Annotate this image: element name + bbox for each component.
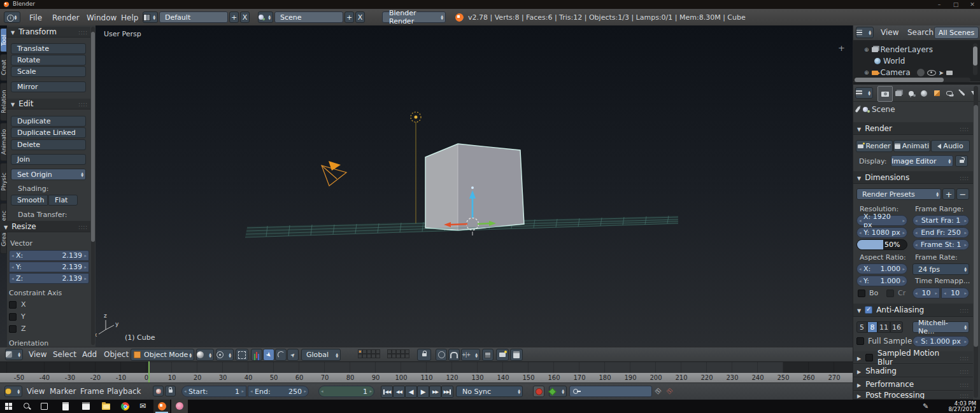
add-scene-button[interactable]: +: [344, 11, 354, 23]
performance-panel-header[interactable]: Performance: [853, 378, 973, 391]
aa-size-field[interactable]: S: 1.000 px: [913, 336, 969, 347]
remap-old-field[interactable]: 10: [913, 288, 940, 298]
outliner-filter-dropdown[interactable]: All Scenes: [934, 27, 979, 39]
translate-button[interactable]: Translate: [11, 43, 86, 54]
frame-rate-dropdown[interactable]: 24 fps: [913, 263, 969, 275]
menu-file[interactable]: File: [29, 13, 42, 22]
render-still-button[interactable]: Render: [856, 140, 893, 152]
toolshelf-tab-tools[interactable]: Tool: [0, 28, 7, 52]
scale-button[interactable]: Scale: [11, 66, 86, 77]
task-view-button[interactable]: [41, 403, 48, 410]
preset-add-button[interactable]: +: [942, 188, 955, 200]
render-presets-dropdown[interactable]: Render Presets: [856, 188, 941, 200]
toolshelf-tab-physics[interactable]: Physic: [0, 163, 7, 201]
timeline-track[interactable]: [0, 361, 853, 373]
current-frame-field[interactable]: 1: [318, 386, 374, 397]
auto-keyframe-button[interactable]: [533, 386, 544, 397]
smooth-button[interactable]: Smooth: [11, 195, 48, 206]
render-panel-header[interactable]: Render: [853, 122, 973, 135]
display-lock-button[interactable]: [955, 155, 968, 167]
render-audio-button[interactable]: Audio: [931, 140, 970, 152]
toolshelf-scrollbar[interactable]: [91, 27, 95, 345]
menu-window[interactable]: Window: [87, 13, 117, 22]
constraint-z-checkbox[interactable]: [9, 325, 17, 333]
keying-set-dropdown[interactable]: [549, 386, 567, 397]
aa-samples-5-button[interactable]: 5: [856, 321, 867, 333]
duplicate-linked-button[interactable]: Duplicate Linked: [11, 127, 86, 138]
crop-checkbox-row[interactable]: Cr: [886, 289, 905, 297]
snap-element-dropdown[interactable]: +|+: [461, 349, 480, 361]
pin-icon[interactable]: [855, 106, 860, 113]
render-restrict-icon[interactable]: [946, 71, 953, 75]
timeline-ruler[interactable]: -50 -40 -30 -20 -10 0 10 20 30 40 50 60 …: [0, 373, 853, 382]
menu-help[interactable]: Help: [121, 13, 138, 22]
outliner-vscrollbar[interactable]: [973, 43, 977, 75]
sampled-motion-blur-header[interactable]: Sampled Motion Blur: [853, 351, 973, 364]
aa-samples-11-button[interactable]: 11: [877, 321, 890, 333]
tray-clock[interactable]: 4:03 PM 8/27/2017: [939, 401, 976, 412]
scene-field[interactable]: Scene: [274, 11, 343, 23]
scale-manipulator-button[interactable]: ➤: [287, 349, 299, 361]
lock-to-scene-button[interactable]: [417, 349, 431, 361]
render-opengl-button[interactable]: [496, 349, 509, 361]
frame-start-prop-field[interactable]: Start Fra: 1: [913, 215, 969, 226]
lock-range-button[interactable]: [165, 386, 176, 396]
timeline-editor-type-button[interactable]: [4, 386, 22, 397]
rotate-button[interactable]: Rotate: [11, 55, 86, 66]
preview-range-button[interactable]: [153, 386, 164, 396]
vp-menu-add[interactable]: Add: [82, 350, 97, 359]
outliner-menu-view[interactable]: View: [881, 28, 898, 37]
tab-constraints[interactable]: [944, 88, 955, 99]
file-explorer-icon[interactable]: [102, 403, 110, 410]
blender-taskbar-icon[interactable]: [153, 400, 170, 413]
editor-type-button[interactable]: i: [4, 11, 20, 23]
viewport-3d[interactable]: z y x User Persp (1) Cube + Tool Creat R…: [0, 25, 853, 347]
vp-menu-view[interactable]: View: [29, 350, 46, 359]
delete-keyframe-button[interactable]: ⚿: [665, 386, 675, 397]
tab-world[interactable]: [918, 88, 930, 99]
chrome-app-icon[interactable]: [121, 402, 129, 410]
aspect-y-field[interactable]: Y: 1.000: [856, 276, 907, 286]
scene-icon-button[interactable]: [258, 11, 273, 23]
antialiasing-panel-header[interactable]: Anti-Aliasing: [853, 304, 973, 317]
resize-panel-header[interactable]: Resize: [0, 221, 90, 232]
outliner-item-renderlayers[interactable]: ⊕ RenderLayers: [853, 45, 980, 55]
maximize-button[interactable]: □: [948, 0, 963, 9]
screen-layout-icon-button[interactable]: [143, 11, 158, 23]
menu-render[interactable]: Render: [52, 13, 80, 22]
resize-x-field[interactable]: X: 2.139: [9, 250, 89, 261]
outliner-item-world[interactable]: World: [853, 56, 980, 66]
translate-manipulator-button[interactable]: [251, 349, 262, 361]
mode-dropdown[interactable]: Object Mode: [131, 349, 194, 361]
mirror-button[interactable]: Mirror: [11, 81, 86, 92]
frame-start-field[interactable]: Start: 1: [181, 386, 246, 397]
constraint-y-checkbox[interactable]: [9, 313, 17, 321]
flat-button[interactable]: Flat: [48, 195, 78, 206]
full-sample-checkbox[interactable]: [856, 337, 864, 345]
toolshelf-tab-create[interactable]: Creat: [0, 54, 7, 81]
snap-toggle-button[interactable]: [448, 349, 460, 361]
jump-to-end-button[interactable]: [441, 386, 453, 398]
cube-object[interactable]: [425, 144, 524, 230]
mail-app-icon[interactable]: ✉: [139, 402, 146, 410]
tl-menu-playback[interactable]: Playback: [107, 387, 141, 396]
pivot-dropdown[interactable]: [216, 349, 234, 361]
frame-end-prop-field[interactable]: End Fr: 250: [913, 227, 969, 238]
screen-layout-field[interactable]: Default: [159, 11, 228, 23]
play-reverse-button[interactable]: [405, 386, 417, 398]
region-plus-icon[interactable]: +: [838, 43, 845, 53]
add-layout-button[interactable]: +: [229, 11, 239, 23]
tab-scene[interactable]: [905, 88, 917, 99]
tl-menu-view[interactable]: View: [27, 387, 45, 396]
crop-checkbox[interactable]: [886, 290, 894, 297]
aa-samples-8-button[interactable]: 8: [867, 321, 877, 333]
shading-panel-header[interactable]: Shading: [853, 365, 973, 377]
toolshelf-tab-animation[interactable]: Animatio: [0, 123, 7, 161]
eye-icon[interactable]: [927, 70, 936, 76]
aa-samples-16-button[interactable]: 16: [890, 321, 903, 333]
viewport-shading-dropdown[interactable]: [196, 349, 214, 361]
tab-render[interactable]: [877, 86, 893, 102]
outliner-menu-search[interactable]: Search: [907, 28, 934, 37]
proportional-edit-button[interactable]: [436, 349, 447, 361]
properties-editor-type-button[interactable]: [855, 87, 873, 99]
